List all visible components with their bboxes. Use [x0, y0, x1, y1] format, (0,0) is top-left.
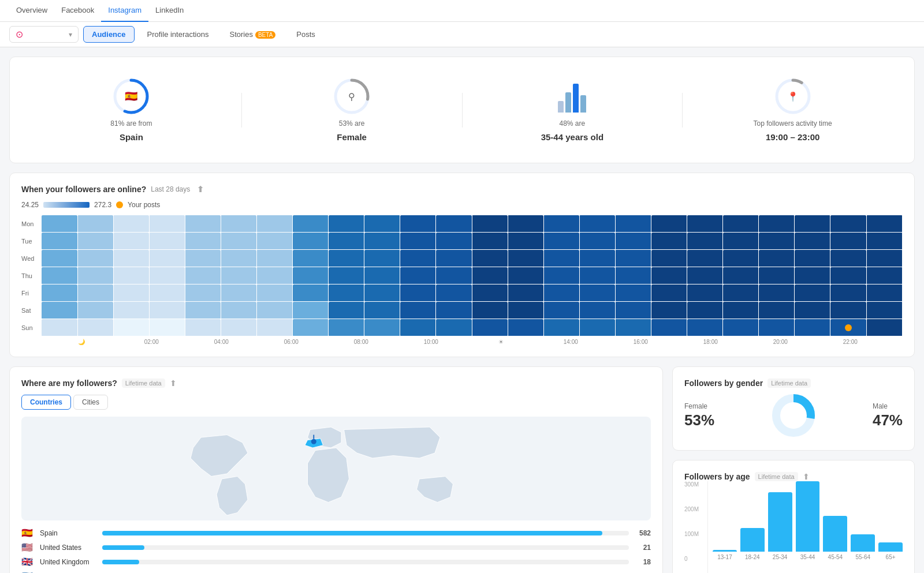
- heatmap-cell[interactable]: [615, 250, 651, 267]
- heatmap-cell[interactable]: [256, 215, 292, 233]
- heatmap-cell[interactable]: [795, 215, 830, 233]
- heatmap-cell[interactable]: [508, 250, 543, 267]
- heatmap-cell[interactable]: [185, 319, 221, 336]
- heatmap-cell[interactable]: [149, 284, 185, 302]
- heatmap-cell[interactable]: [472, 233, 508, 250]
- heatmap-cell[interactable]: [400, 250, 436, 267]
- heatmap-cell[interactable]: [579, 302, 615, 319]
- heatmap-cell[interactable]: [149, 233, 185, 250]
- heatmap-cell[interactable]: [42, 267, 77, 284]
- heatmap-cell[interactable]: [759, 284, 795, 302]
- heatmap-cell[interactable]: [543, 284, 579, 302]
- heatmap-cell[interactable]: [830, 267, 866, 284]
- heatmap-cell[interactable]: [866, 233, 902, 250]
- heatmap-cell[interactable]: [543, 302, 579, 319]
- heatmap-cell[interactable]: [185, 284, 221, 302]
- heatmap-cell[interactable]: [221, 233, 256, 250]
- heatmap-cell[interactable]: [77, 267, 113, 284]
- heatmap-cell[interactable]: [615, 284, 651, 302]
- heatmap-cell[interactable]: [795, 302, 830, 319]
- nav-overview[interactable]: Overview: [9, 0, 54, 22]
- nav-facebook[interactable]: Facebook: [54, 0, 101, 22]
- heatmap-cell[interactable]: [329, 215, 364, 233]
- heatmap-cell[interactable]: [579, 319, 615, 336]
- profile-interactions-tab[interactable]: Profile interactions: [139, 27, 217, 42]
- heatmap-cell[interactable]: [579, 250, 615, 267]
- heatmap-cell[interactable]: [866, 319, 902, 336]
- heatmap-cell[interactable]: [830, 250, 866, 267]
- heatmap-cell[interactable]: [436, 267, 472, 284]
- cities-tab[interactable]: Cities: [73, 395, 108, 410]
- heatmap-cell[interactable]: [651, 215, 687, 233]
- heatmap-cell[interactable]: [436, 284, 472, 302]
- nav-instagram[interactable]: Instagram: [101, 0, 148, 22]
- heatmap-cell[interactable]: [508, 267, 543, 284]
- heatmap-cell[interactable]: [113, 250, 149, 267]
- heatmap-cell[interactable]: [42, 233, 77, 250]
- heatmap-cell[interactable]: [651, 302, 687, 319]
- heatmap-cell[interactable]: [579, 267, 615, 284]
- heatmap-cell[interactable]: [615, 302, 651, 319]
- heatmap-cell[interactable]: [293, 233, 329, 250]
- heatmap-cell[interactable]: [42, 302, 77, 319]
- heatmap-cell[interactable]: [329, 319, 364, 336]
- heatmap-cell[interactable]: [149, 267, 185, 284]
- heatmap-cell[interactable]: [221, 319, 256, 336]
- heatmap-cell[interactable]: [759, 319, 795, 336]
- heatmap-cell[interactable]: [508, 319, 543, 336]
- heatmap-cell[interactable]: [472, 284, 508, 302]
- heatmap-cell[interactable]: [149, 319, 185, 336]
- heatmap-cell[interactable]: [795, 284, 830, 302]
- stories-tab[interactable]: StoriesBETA: [221, 27, 284, 42]
- heatmap-cell[interactable]: [723, 284, 759, 302]
- account-selector[interactable]: ⊙ ▾: [9, 26, 79, 43]
- heatmap-cell[interactable]: [400, 267, 436, 284]
- heatmap-cell[interactable]: [329, 302, 364, 319]
- heatmap-cell[interactable]: [508, 284, 543, 302]
- heatmap-cell[interactable]: [615, 215, 651, 233]
- heatmap-cell[interactable]: [364, 302, 400, 319]
- heatmap-cell[interactable]: [185, 302, 221, 319]
- heatmap-cell[interactable]: [723, 319, 759, 336]
- heatmap-cell[interactable]: [400, 233, 436, 250]
- heatmap-cell[interactable]: [293, 267, 329, 284]
- heatmap-cell[interactable]: [579, 215, 615, 233]
- heatmap-cell[interactable]: [579, 233, 615, 250]
- heatmap-cell[interactable]: [400, 319, 436, 336]
- audience-tab[interactable]: Audience: [83, 26, 135, 43]
- heatmap-cell[interactable]: [651, 267, 687, 284]
- heatmap-cell[interactable]: [687, 233, 723, 250]
- heatmap-cell[interactable]: [723, 233, 759, 250]
- heatmap-cell[interactable]: [113, 319, 149, 336]
- heatmap-cell[interactable]: [221, 302, 256, 319]
- heatmap-cell[interactable]: [256, 284, 292, 302]
- heatmap-cell[interactable]: [256, 250, 292, 267]
- export-icon-age[interactable]: ⬆: [803, 472, 810, 481]
- heatmap-cell[interactable]: [185, 233, 221, 250]
- heatmap-cell[interactable]: [185, 250, 221, 267]
- heatmap-cell[interactable]: [508, 302, 543, 319]
- heatmap-cell[interactable]: [77, 215, 113, 233]
- heatmap-cell[interactable]: [293, 284, 329, 302]
- heatmap-cell[interactable]: [42, 250, 77, 267]
- heatmap-cell[interactable]: [759, 233, 795, 250]
- heatmap-cell[interactable]: [723, 250, 759, 267]
- heatmap-cell[interactable]: [256, 319, 292, 336]
- heatmap-cell[interactable]: [543, 233, 579, 250]
- heatmap-cell[interactable]: [651, 319, 687, 336]
- heatmap-cell[interactable]: [221, 284, 256, 302]
- heatmap-cell[interactable]: [436, 215, 472, 233]
- heatmap-cell[interactable]: [472, 215, 508, 233]
- posts-tab[interactable]: Posts: [288, 27, 323, 42]
- heatmap-cell[interactable]: [830, 319, 866, 336]
- heatmap-cell[interactable]: [615, 233, 651, 250]
- heatmap-cell[interactable]: [329, 267, 364, 284]
- heatmap-cell[interactable]: [687, 250, 723, 267]
- heatmap-cell[interactable]: [472, 302, 508, 319]
- export-icon[interactable]: ⬆: [197, 185, 204, 194]
- heatmap-cell[interactable]: [400, 302, 436, 319]
- heatmap-cell[interactable]: [830, 233, 866, 250]
- heatmap-cell[interactable]: [759, 302, 795, 319]
- heatmap-cell[interactable]: [687, 319, 723, 336]
- heatmap-cell[interactable]: [436, 233, 472, 250]
